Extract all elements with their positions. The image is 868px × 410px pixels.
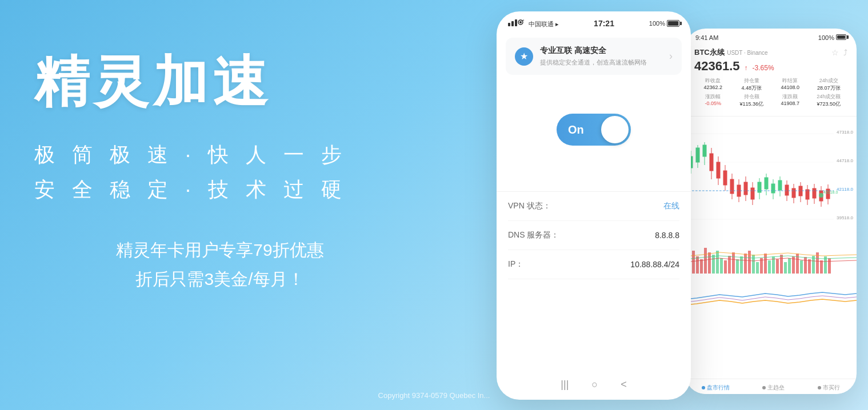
svg-rect-92 [820, 260, 823, 274]
svg-point-4 [519, 21, 522, 23]
svg-rect-19 [703, 145, 706, 156]
svg-rect-41 [778, 180, 782, 190]
price-change: -3.65% [753, 64, 774, 72]
share-icon[interactable]: ⤴ [843, 48, 847, 57]
svg-rect-23 [717, 162, 720, 178]
indicator-chart [685, 276, 857, 311]
svg-rect-67 [720, 258, 723, 274]
status-bar-vpn: 中国联通 ▸ 17:21 100% [497, 11, 691, 33]
svg-rect-84 [788, 258, 791, 274]
svg-rect-62 [700, 259, 703, 274]
svg-rect-63 [704, 248, 707, 274]
crypto-header: BTC永续 USDT · Binance ☆ ⤴ 42361.5 ↑ -3.65… [685, 45, 857, 116]
tab-dot [702, 386, 705, 389]
vpn-info-section: VPN 状态： 在线 DNS 服务器： 8.8.8.8 IP： 10.88.88… [497, 191, 691, 279]
vpn-card-title: 专业互联 高速安全 [540, 46, 647, 56]
svg-rect-61 [696, 256, 699, 274]
svg-point-57 [819, 193, 823, 198]
svg-rect-37 [765, 178, 768, 189]
nav-back-icon[interactable]: < [621, 379, 627, 391]
tab-trend[interactable]: 主趋垒 [762, 384, 785, 392]
vpn-status-label: VPN 状态： [508, 201, 551, 211]
star-icon[interactable]: ☆ [831, 48, 839, 57]
vpn-status-row: VPN 状态： 在线 [508, 192, 679, 221]
phone-crypto: 9:41 AM 100% BTC永续 USDT · Binance ☆ ⤴ 42… [685, 29, 857, 394]
svg-rect-83 [784, 262, 787, 274]
svg-rect-17 [696, 148, 699, 162]
toggle-knob [601, 116, 629, 143]
svg-rect-0 [508, 23, 510, 26]
svg-rect-66 [716, 251, 719, 274]
vpn-toggle[interactable]: On [557, 114, 631, 146]
svg-rect-82 [780, 255, 783, 274]
dns-row: DNS 服务器： 8.8.8.8 [508, 221, 679, 250]
coin-name: BTC永续 [694, 48, 725, 57]
vpn-star-icon: ★ [515, 47, 533, 66]
crypto-tabs: 盘市行情 主趋垒 市买行 [685, 379, 857, 394]
svg-rect-90 [812, 256, 815, 274]
chevron-right-icon: › [669, 50, 673, 62]
svg-rect-78 [764, 254, 767, 274]
dns-label: DNS 服务器： [508, 230, 559, 240]
ip-label: IP： [508, 259, 523, 270]
svg-rect-87 [800, 260, 803, 274]
phones-container: 中国联通 ▸ 17:21 100% ★ 专业互联 高速安全 提供稳定安全通道，创… [479, 0, 868, 410]
toggle-label: On [568, 123, 584, 136]
svg-text:39518.0: 39518.0 [837, 215, 853, 220]
svg-rect-70 [732, 252, 735, 274]
main-title: 精灵加速 [34, 46, 406, 120]
battery-indicator: 100% [649, 20, 679, 27]
svg-rect-39 [771, 184, 775, 193]
svg-rect-89 [808, 259, 811, 274]
time-display: 17:21 [594, 19, 614, 28]
svg-rect-45 [792, 188, 795, 198]
coin-exchange: USDT · Binance [727, 50, 768, 56]
copyright: Copyright 9374-0579 Quebec In... [378, 391, 490, 400]
toggle-area: On [497, 79, 691, 186]
price-arrow: ↑ [745, 64, 748, 72]
crypto-battery-icon [836, 34, 846, 40]
svg-rect-1 [511, 21, 514, 26]
svg-rect-74 [748, 251, 751, 274]
subtitle: 极 简 极 速 · 快 人 一 步 安 全 稳 定 · 技 术 过 硬 [34, 137, 406, 207]
svg-rect-94 [828, 258, 831, 274]
svg-rect-79 [768, 260, 771, 274]
coin-price: 42361.5 [694, 59, 740, 74]
svg-rect-25 [723, 171, 727, 185]
ip-value: 10.88.88.4/24 [630, 260, 679, 269]
home-bar: ||| ○ < [561, 379, 626, 391]
nav-lines-icon[interactable]: ||| [561, 379, 569, 391]
svg-rect-49 [806, 190, 809, 199]
svg-rect-73 [744, 254, 747, 274]
svg-text:47318.0: 47318.0 [837, 130, 853, 135]
svg-line-5 [522, 20, 524, 21]
crypto-time: 9:41 AM [695, 34, 718, 41]
signal-icon: 中国联通 ▸ [508, 18, 559, 29]
candlestick-chart: 47318.0 44718.0 42118.0 39518.0 [685, 116, 857, 231]
ip-row: IP： 10.88.88.4/24 [508, 250, 679, 279]
svg-rect-21 [710, 154, 713, 171]
svg-rect-64 [708, 252, 711, 274]
svg-rect-68 [724, 260, 727, 274]
volume-chart [685, 231, 857, 276]
svg-rect-72 [740, 256, 743, 274]
svg-rect-43 [785, 185, 789, 195]
status-bar-crypto: 9:41 AM 100% [685, 29, 857, 45]
phone-vpn: 中国联通 ▸ 17:21 100% ★ 专业互联 高速安全 提供稳定安全通道，创… [497, 11, 691, 400]
svg-rect-60 [692, 251, 695, 274]
svg-rect-31 [744, 182, 747, 195]
dns-value: 8.8.8.8 [655, 231, 679, 240]
vpn-card-subtitle: 提供稳定安全通道，创造高速流畅网络 [540, 58, 647, 67]
svg-rect-27 [730, 179, 734, 194]
svg-rect-76 [756, 262, 759, 274]
svg-rect-93 [824, 256, 827, 274]
vpn-service-card[interactable]: ★ 专业互联 高速安全 提供稳定安全通道，创造高速流畅网络 › [506, 38, 682, 75]
svg-rect-51 [813, 188, 816, 198]
tab-buy[interactable]: 市买行 [818, 384, 840, 392]
nav-home-icon[interactable]: ○ [591, 379, 598, 391]
svg-rect-2 [515, 19, 517, 26]
svg-text:42118.0: 42118.0 [837, 187, 853, 192]
tab-market[interactable]: 盘市行情 [702, 384, 730, 392]
svg-rect-81 [776, 259, 779, 274]
battery-icon [667, 20, 679, 27]
